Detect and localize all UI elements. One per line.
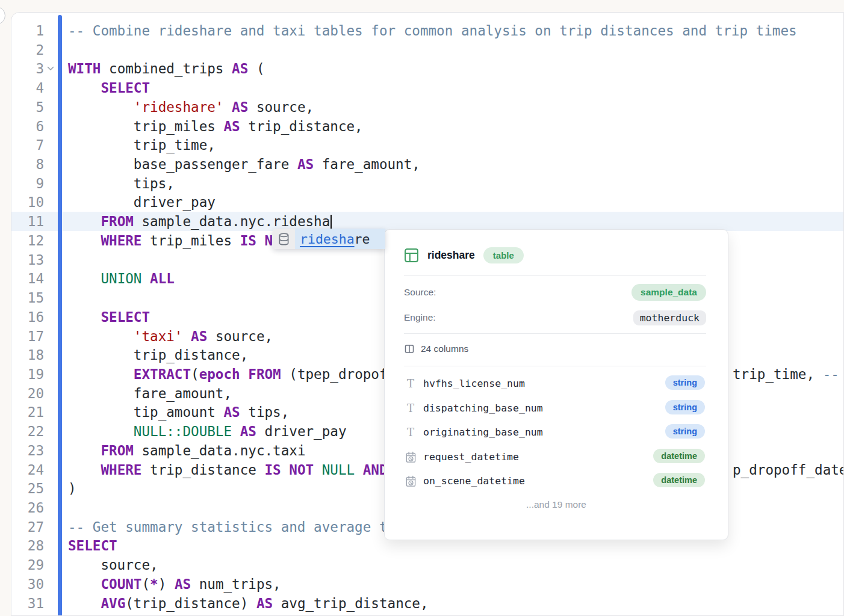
code-line: 7 trip_time, bbox=[11, 135, 843, 155]
code-line: 10 driver_pay bbox=[11, 192, 843, 212]
line-number: 13 bbox=[15, 250, 44, 270]
line-number: 4 bbox=[15, 78, 44, 97]
line-number: 26 bbox=[15, 498, 44, 517]
app-screen: 1-- Combine rideshare and taxi tables fo… bbox=[0, 0, 844, 616]
line-number: 22 bbox=[15, 422, 44, 441]
line-number: 23 bbox=[15, 441, 44, 460]
line-number: 14 bbox=[15, 269, 44, 288]
line-number: 7 bbox=[15, 135, 44, 155]
code-line: 6 trip_miles AS trip_distance, bbox=[11, 117, 843, 136]
line-number: 25 bbox=[15, 479, 44, 498]
line-number: 12 bbox=[15, 231, 44, 250]
columns-count-text: 24 columns bbox=[421, 343, 468, 354]
code-line: 2 bbox=[11, 40, 843, 60]
engine-row: Engine: motherduck bbox=[404, 308, 706, 327]
source-label: Source: bbox=[404, 287, 436, 298]
line-number: 19 bbox=[15, 365, 44, 384]
line-number: 15 bbox=[15, 288, 44, 307]
code-line: 1-- Combine rideshare and taxi tables fo… bbox=[11, 21, 843, 40]
line-number: 17 bbox=[15, 327, 44, 346]
database-icon bbox=[272, 229, 295, 249]
line-number: 30 bbox=[15, 574, 44, 594]
line-number: 2 bbox=[15, 40, 44, 60]
column-type-badge: string bbox=[665, 424, 705, 439]
column-row: T hvfhs_license_numstring bbox=[404, 375, 705, 393]
datetime-type-icon bbox=[405, 451, 417, 463]
column-name: request_datetime bbox=[423, 448, 519, 466]
line-number: 8 bbox=[15, 155, 44, 174]
datetime-type-icon bbox=[405, 475, 417, 487]
code-line: 9 tips, bbox=[11, 174, 843, 193]
line-number: 32 bbox=[15, 612, 44, 616]
column-type-badge: string bbox=[665, 375, 705, 390]
column-type-badge: datetime bbox=[653, 473, 705, 487]
column-name: on_scene_datetime bbox=[423, 472, 525, 490]
column-row: T dispatching_base_numstring bbox=[404, 399, 705, 417]
columns-summary: 24 columns bbox=[404, 340, 468, 357]
column-row: request_datetimedatetime bbox=[404, 448, 705, 466]
columns-icon bbox=[404, 343, 415, 354]
column-row: on_scene_datetimedatetime bbox=[404, 472, 705, 490]
column-name: originating_base_num bbox=[423, 424, 543, 442]
edge-partial-button[interactable] bbox=[0, 7, 5, 25]
line-number: 31 bbox=[15, 594, 44, 613]
source-value-badge: sample_data bbox=[631, 284, 706, 301]
autocomplete-option-rideshare[interactable]: rideshare bbox=[295, 229, 385, 249]
code-line: 29 source, bbox=[11, 555, 843, 574]
autocomplete-dropdown[interactable]: rideshare bbox=[272, 229, 385, 249]
line-number: 11 bbox=[15, 212, 44, 231]
code-line: 3WITH combined_trips AS ( bbox=[11, 59, 843, 78]
table-info-card: rideshare table Source: sample_data Engi… bbox=[384, 229, 728, 540]
code-line: 11 FROM sample_data.nyc.ridesha bbox=[11, 212, 843, 231]
line-number: 9 bbox=[15, 174, 44, 193]
code-line: 30 COUNT(*) AS num_trips, bbox=[11, 574, 843, 594]
text-cursor bbox=[330, 215, 332, 229]
line-number: 5 bbox=[15, 97, 44, 117]
code-line: 4 SELECT bbox=[11, 78, 843, 97]
line-number: 21 bbox=[15, 402, 44, 422]
code-line: 31 AVG(trip_distance) AS avg_trip_distan… bbox=[11, 594, 843, 613]
column-name: dispatching_base_num bbox=[423, 399, 543, 417]
column-name: hvfhs_license_num bbox=[423, 375, 525, 393]
line-number: 18 bbox=[15, 345, 44, 365]
divider bbox=[404, 366, 706, 366]
table-icon bbox=[404, 248, 419, 263]
divider bbox=[404, 333, 706, 334]
string-type-icon: T bbox=[407, 377, 414, 391]
engine-value-badge: motherduck bbox=[633, 310, 706, 325]
code-line: 32 AVG(trip_time) AS avg_trip_time, bbox=[11, 612, 843, 616]
autocomplete-rest-text: re bbox=[355, 232, 370, 247]
line-number: 16 bbox=[15, 307, 44, 327]
string-type-icon: T bbox=[407, 401, 414, 416]
divider bbox=[404, 275, 706, 276]
line-number: 6 bbox=[15, 117, 44, 136]
table-info-header: rideshare table bbox=[404, 244, 706, 266]
line-number: 20 bbox=[15, 384, 44, 403]
line-number: 24 bbox=[15, 460, 44, 479]
source-row: Source: sample_data bbox=[404, 283, 706, 302]
table-type-badge: table bbox=[483, 247, 524, 263]
line-number: 27 bbox=[15, 517, 44, 537]
line-number: 28 bbox=[15, 536, 44, 555]
code-line: 8 base_passenger_fare AS fare_amount, bbox=[11, 155, 843, 174]
line-number: 10 bbox=[15, 192, 44, 212]
table-name: rideshare bbox=[427, 249, 475, 262]
line-number: 29 bbox=[15, 555, 44, 574]
column-row: T originating_base_numstring bbox=[404, 424, 705, 442]
column-type-badge: datetime bbox=[653, 449, 705, 463]
code-line: 5 'rideshare' AS source, bbox=[11, 97, 843, 117]
string-type-icon: T bbox=[407, 425, 414, 440]
column-type-badge: string bbox=[665, 400, 705, 414]
more-columns-text: ...and 19 more bbox=[385, 499, 728, 510]
autocomplete-match-text: ridesha bbox=[300, 232, 355, 247]
fold-chevron-down-icon[interactable] bbox=[45, 59, 56, 78]
line-number: 3 bbox=[15, 59, 44, 78]
line-number: 1 bbox=[15, 21, 44, 40]
editor-accent-bar bbox=[58, 15, 62, 616]
engine-label: Engine: bbox=[404, 312, 436, 323]
